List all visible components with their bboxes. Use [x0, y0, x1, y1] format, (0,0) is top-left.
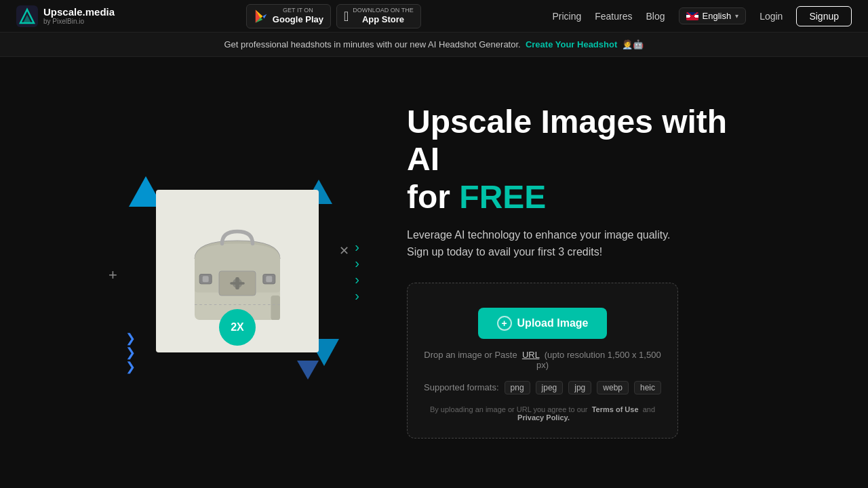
logo-icon [16, 5, 38, 27]
app-store-text: Download on the App Store [353, 7, 413, 24]
deco-bl-chevron-3: ❯ [125, 361, 136, 373]
google-play-icon [254, 9, 269, 24]
deco-plus-icon: + [108, 266, 117, 284]
logo-byline: by PixelBin.io [43, 18, 115, 25]
deco-chevrons-right: › › › › [355, 240, 359, 302]
deco-bl-chevron-1: ❯ [125, 332, 136, 344]
features-link[interactable]: Features [595, 11, 632, 22]
hero-title-line2-prefix: for [407, 179, 459, 215]
deco-chevrons-bottomleft: ❯ ❯ ❯ [125, 332, 136, 373]
upload-button-label: Upload Image [517, 317, 589, 329]
deco-cross-icon: ✕ [339, 243, 349, 258]
nav-links: Pricing Features Blog English ▾ Login Si… [552, 6, 852, 26]
chevron-icon-1: › [355, 240, 359, 253]
chevron-icon-4: › [355, 289, 359, 302]
plus-circle-icon: + [497, 316, 512, 331]
upload-legal: By uploading an image or URL you agree t… [424, 405, 661, 422]
deco-triangle-bottomright2 [297, 361, 319, 380]
language-label: English [703, 11, 732, 21]
chevron-icon-2: › [355, 256, 359, 270]
chevron-down-icon: ▾ [735, 12, 738, 20]
upload-hint-text: Drop an image or Paste [424, 350, 517, 360]
language-selector[interactable]: English ▾ [679, 7, 747, 24]
hero-title-line1: Upscale Images with AI [407, 104, 727, 177]
svg-rect-11 [266, 276, 272, 282]
logo-area: Upscale.media by PixelBin.io [16, 5, 115, 27]
announcement-cta[interactable]: Create Your Headshot [526, 39, 617, 49]
privacy-link[interactable]: Privacy Policy. [517, 413, 570, 422]
pricing-link[interactable]: Pricing [552, 11, 581, 22]
chevron-icon-3: › [355, 272, 359, 286]
hero-subtitle: Leverage AI technology to enhance your i… [407, 226, 692, 261]
upscale-badge: 2X [219, 309, 256, 346]
upload-hint-suffix: (upto resolution 1,500 x 1,500 px) [536, 350, 661, 370]
tos-link[interactable]: Terms of Use [592, 405, 639, 413]
logo-brand: Upscale.media [43, 7, 115, 18]
format-jpg: jpg [568, 381, 591, 394]
format-jpeg: jpeg [536, 381, 564, 394]
google-play-text: GET IT ON Google Play [273, 7, 323, 24]
deco-bl-chevron-2: ❯ [125, 346, 136, 359]
hero-image-showcase: + ✕ › › › › ❯ ❯ ❯ [122, 156, 353, 386]
legal-prefix: By uploading an image or URL you agree t… [430, 405, 588, 413]
hero-content: Upscale Images with AI for FREE Leverage… [407, 103, 746, 439]
svg-rect-12 [271, 296, 281, 320]
uk-flag-icon [686, 12, 698, 20]
format-heic: heic [634, 381, 661, 394]
svg-rect-9 [203, 276, 209, 282]
google-play-button[interactable]: GET IT ON Google Play [246, 4, 331, 28]
hero-section: + ✕ › › › › ❯ ❯ ❯ [0, 57, 868, 485]
formats-label: Supported formats: [424, 382, 499, 392]
url-paste-link[interactable]: URL [522, 350, 540, 360]
navbar: Upscale.media by PixelBin.io GET IT ON G… [0, 0, 868, 33]
formats-row: Supported formats: png jpeg jpg webp hei… [424, 381, 661, 394]
hero-title: Upscale Images with AI for FREE [407, 103, 746, 216]
announcement-text: Get professional headshots in minutes wi… [224, 39, 520, 49]
legal-and: and [643, 405, 655, 413]
svg-rect-7 [235, 277, 239, 289]
apple-icon:  [344, 9, 349, 23]
upload-image-button[interactable]: + Upload Image [478, 308, 608, 339]
logo-text: Upscale.media by PixelBin.io [43, 7, 115, 26]
format-webp: webp [597, 381, 629, 394]
app-store-button[interactable]:  Download on the App Store [336, 4, 421, 28]
upload-hint: Drop an image or Paste URL (upto resolut… [424, 350, 661, 370]
login-button[interactable]: Login [760, 11, 783, 22]
signup-button[interactable]: Signup [796, 6, 852, 26]
format-png: png [505, 381, 530, 394]
store-buttons: GET IT ON Google Play  Download on the … [246, 4, 421, 28]
blog-link[interactable]: Blog [646, 11, 665, 22]
hero-free-text: FREE [459, 179, 546, 215]
announcement-bar: Get professional headshots in minutes wi… [0, 33, 868, 57]
upload-dropzone[interactable]: + Upload Image Drop an image or Paste UR… [407, 283, 678, 439]
